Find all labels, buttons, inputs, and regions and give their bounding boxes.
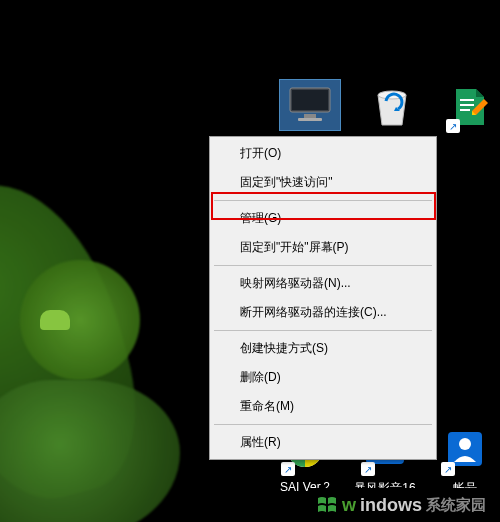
menu-separator — [214, 424, 432, 425]
menu-item-properties[interactable]: 属性(R) — [212, 428, 434, 457]
menu-item-delete[interactable]: 删除(D) — [212, 363, 434, 392]
menu-separator — [214, 330, 432, 331]
menu-item-rename[interactable]: 重命名(M) — [212, 392, 434, 421]
wallpaper-detail — [40, 310, 70, 330]
desktop-icon-this-pc[interactable] — [275, 80, 345, 134]
windows-flag-icon — [316, 494, 338, 516]
svg-rect-2 — [304, 114, 316, 118]
menu-item-map-drive[interactable]: 映射网络驱动器(N)... — [212, 269, 434, 298]
svg-rect-7 — [460, 109, 470, 111]
shortcut-arrow-icon: ↗ — [361, 462, 375, 476]
recycle-bin-icon — [368, 85, 416, 133]
badge-prefix: w — [342, 495, 356, 516]
menu-item-disconnect-drive[interactable]: 断开网络驱动器的连接(C)... — [212, 298, 434, 327]
menu-item-pin-start[interactable]: 固定到"开始"屏幕(P) — [212, 233, 434, 262]
shortcut-arrow-icon: ↗ — [281, 462, 295, 476]
svg-rect-1 — [292, 90, 328, 110]
wallpaper-shape — [20, 260, 140, 380]
wallpaper-shape — [0, 380, 180, 522]
document-edit-icon: ↗ — [446, 85, 494, 133]
desktop-icon-recycle-bin[interactable] — [357, 85, 427, 137]
desktop-icon-file-edit[interactable]: ↗ — [435, 85, 500, 137]
site-badge: windows系统家园 — [308, 488, 500, 522]
badge-suffix: 系统家园 — [426, 496, 486, 515]
desktop-icon-account[interactable]: ↗ 帐号 — [430, 428, 500, 497]
menu-item-open[interactable]: 打开(O) — [212, 139, 434, 168]
shortcut-arrow-icon: ↗ — [441, 462, 455, 476]
badge-brand: indows — [360, 495, 422, 516]
svg-rect-6 — [460, 104, 474, 106]
menu-item-manage[interactable]: 管理(G) — [212, 204, 434, 233]
menu-item-create-shortcut[interactable]: 创建快捷方式(S) — [212, 334, 434, 363]
svg-point-17 — [459, 438, 471, 450]
menu-separator — [214, 200, 432, 201]
user-icon: ↗ — [441, 428, 489, 476]
menu-separator — [214, 265, 432, 266]
shortcut-arrow-icon: ↗ — [446, 119, 460, 133]
svg-rect-3 — [298, 118, 322, 121]
menu-item-pin-quick-access[interactable]: 固定到"快速访问" — [212, 168, 434, 197]
monitor-icon — [280, 80, 340, 130]
svg-rect-5 — [460, 99, 474, 101]
context-menu: 打开(O) 固定到"快速访问" 管理(G) 固定到"开始"屏幕(P) 映射网络驱… — [209, 136, 437, 460]
